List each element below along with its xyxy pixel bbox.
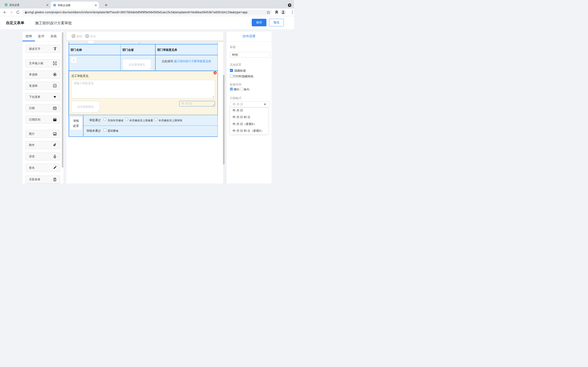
svg-text:<|>: <|> [5, 4, 7, 6]
svg-text:T: T [54, 62, 56, 65]
